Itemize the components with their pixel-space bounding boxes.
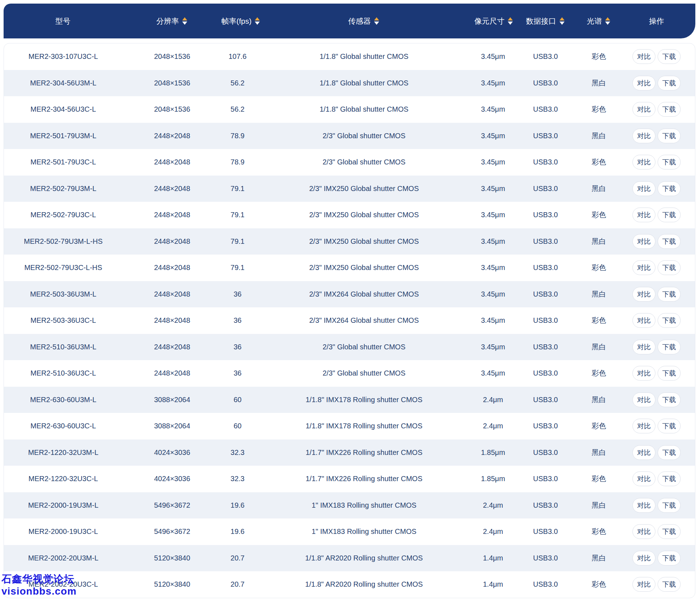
download-button[interactable]: 下载 [658,471,681,486]
cell-pixel_size: 1.85μm [475,466,511,492]
sort-icon[interactable] [182,17,187,25]
column-header-pixel_size[interactable]: 像元尺寸 [474,4,511,38]
compare-button[interactable]: 对比 [632,260,655,275]
compare-button[interactable]: 对比 [632,234,655,249]
compare-button[interactable]: 对比 [632,208,655,222]
column-header-interface[interactable]: 数据接口 [511,4,579,38]
compare-button[interactable]: 对比 [632,445,655,460]
sort-icon[interactable] [559,17,565,25]
cell-resolution: 4024×3036 [123,439,222,466]
cell-sensor: 2/3" Global shutter CMOS [253,334,475,360]
table-row: MER2-1220-32U3C-L4024×303632.31/1.7" IMX… [4,466,695,492]
cell-fps: 36 [222,281,253,308]
compare-button[interactable]: 对比 [632,129,655,143]
download-button[interactable]: 下载 [658,102,681,117]
compare-button[interactable]: 对比 [632,76,655,90]
sort-down-arrow-icon[interactable] [605,22,610,25]
cell-actions: 对比下载 [618,43,695,70]
sort-down-arrow-icon[interactable] [374,22,379,25]
sort-down-arrow-icon[interactable] [559,22,565,25]
compare-button[interactable]: 对比 [632,551,655,566]
cell-actions: 对比下载 [618,70,695,97]
compare-button[interactable]: 对比 [632,313,655,328]
cell-actions: 对比下载 [618,571,695,598]
cell-resolution: 3088×2064 [123,387,222,413]
compare-button[interactable]: 对比 [632,471,655,486]
download-button[interactable]: 下载 [658,340,681,354]
sort-down-arrow-icon[interactable] [508,22,513,25]
download-button[interactable]: 下载 [658,155,681,169]
download-button[interactable]: 下载 [658,287,681,302]
cell-sensor: 1" IMX183 Rolling shutter CMOS [253,518,475,545]
download-button[interactable]: 下载 [658,392,681,407]
cell-interface: USB3.0 [511,387,580,413]
cell-interface: USB3.0 [511,255,580,281]
download-button[interactable]: 下载 [658,313,681,328]
sort-up-arrow-icon[interactable] [182,17,187,20]
cell-pixel_size: 1.4μm [475,545,511,572]
cell-model: MER2-304-56U3C-L [4,96,123,123]
cell-actions: 对比下载 [618,518,695,545]
download-button[interactable]: 下载 [658,260,681,275]
compare-button[interactable]: 对比 [632,392,655,407]
sort-icon[interactable] [508,17,513,25]
download-button[interactable]: 下载 [658,498,681,513]
compare-button[interactable]: 对比 [632,49,655,64]
column-header-resolution[interactable]: 分辨率 [122,4,221,38]
table-row: MER2-502-79U3M-L2448×204879.12/3" IMX250… [4,176,695,202]
compare-button[interactable]: 对比 [632,577,655,592]
cell-model: MER2-2000-19U3M-L [4,492,123,519]
compare-button[interactable]: 对比 [632,287,655,302]
cell-pixel_size: 3.45μm [475,96,511,123]
download-button[interactable]: 下载 [658,419,681,433]
cell-interface: USB3.0 [511,307,580,334]
download-button[interactable]: 下载 [658,234,681,249]
cell-resolution: 2048×1536 [123,43,222,70]
cell-interface: USB3.0 [511,96,580,123]
column-header-spectrum[interactable]: 光谱 [579,4,618,38]
sort-up-arrow-icon[interactable] [605,17,610,20]
column-header-sensor[interactable]: 传感器 [253,4,474,38]
download-button[interactable]: 下载 [658,366,681,381]
sort-icon[interactable] [255,17,260,25]
download-button[interactable]: 下载 [658,49,681,64]
compare-button[interactable]: 对比 [632,102,655,117]
column-header-fps[interactable]: 帧率(fps) [221,4,253,38]
compare-button[interactable]: 对比 [632,498,655,513]
download-button[interactable]: 下载 [658,577,681,592]
table-row: MER2-502-79U3C-L-HS2448×204879.12/3" IMX… [4,255,695,281]
cell-resolution: 5496×3672 [123,518,222,545]
download-button[interactable]: 下载 [658,129,681,143]
column-header-actions: 操作 [618,4,695,38]
download-button[interactable]: 下载 [658,524,681,539]
download-button[interactable]: 下载 [658,76,681,90]
download-button[interactable]: 下载 [658,181,681,196]
sort-down-arrow-icon[interactable] [182,22,187,25]
sort-down-arrow-icon[interactable] [255,22,260,25]
cell-model: MER2-1220-32U3M-L [4,439,123,466]
compare-button[interactable]: 对比 [632,524,655,539]
compare-button[interactable]: 对比 [632,340,655,354]
cell-spectrum: 彩色 [580,255,618,281]
sort-up-arrow-icon[interactable] [374,17,379,20]
compare-button[interactable]: 对比 [632,419,655,433]
cell-actions: 对比下载 [618,307,695,334]
sort-up-arrow-icon[interactable] [508,17,513,20]
cell-resolution: 2448×2048 [123,123,222,149]
cell-pixel_size: 2.4μm [475,387,511,413]
compare-button[interactable]: 对比 [632,181,655,196]
sort-icon[interactable] [374,17,379,25]
download-button[interactable]: 下载 [658,208,681,222]
cell-interface: USB3.0 [511,176,580,202]
cell-sensor: 2/3" Global shutter CMOS [253,123,475,149]
compare-button[interactable]: 对比 [632,366,655,381]
cell-model: MER2-1220-32U3C-L [4,466,123,492]
sort-up-arrow-icon[interactable] [559,17,565,20]
cell-fps: 20.7 [222,571,253,598]
cell-fps: 56.2 [222,96,253,123]
compare-button[interactable]: 对比 [632,155,655,169]
download-button[interactable]: 下载 [658,551,681,566]
sort-icon[interactable] [605,17,610,25]
download-button[interactable]: 下载 [658,445,681,460]
sort-up-arrow-icon[interactable] [255,17,260,20]
